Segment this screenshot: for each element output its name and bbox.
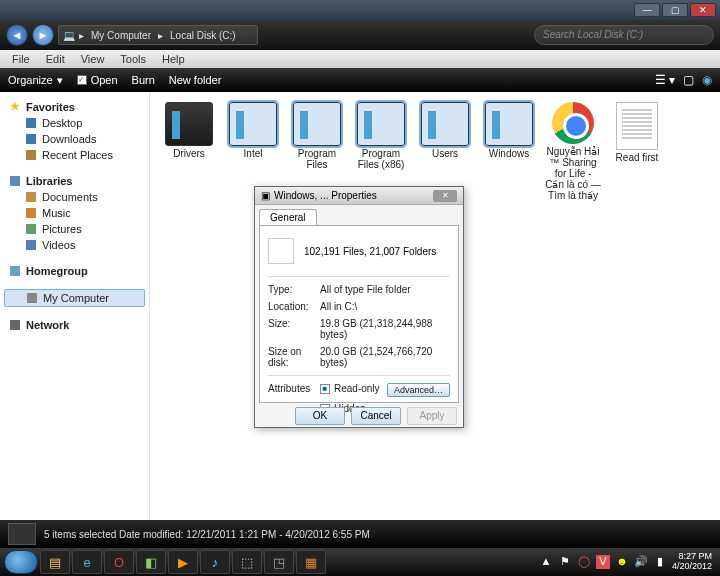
command-bar: Organize ▾ ✓Open Burn New folder ☰ ▾ ▢ ◉ — [0, 68, 720, 92]
homegroup-icon — [10, 266, 20, 276]
burn-button[interactable]: Burn — [132, 74, 155, 86]
navigation-pane: ★Favorites Desktop Downloads Recent Plac… — [0, 92, 150, 520]
task-app2[interactable]: ⬚ — [232, 550, 262, 574]
menu-view[interactable]: View — [73, 53, 113, 65]
item-label: Users — [416, 148, 474, 159]
crumb-computer[interactable]: My Computer — [88, 30, 154, 41]
task-app4[interactable]: ▦ — [296, 550, 326, 574]
tray-net-icon[interactable]: V — [596, 555, 610, 569]
task-ie[interactable]: e — [72, 550, 102, 574]
advanced-button[interactable]: Advanced… — [387, 383, 450, 397]
task-opera[interactable]: O — [104, 550, 134, 574]
tray-vol-icon[interactable]: 🔊 — [634, 555, 648, 569]
readonly-checkbox[interactable]: ■ — [320, 384, 330, 394]
sidebar-item-videos[interactable]: Videos — [0, 237, 149, 253]
task-app3[interactable]: ◳ — [264, 550, 294, 574]
folder-icon — [293, 102, 341, 146]
folder-icon — [357, 102, 405, 146]
sidebar-item-desktop[interactable]: Desktop — [0, 115, 149, 131]
item-read-first[interactable]: Read first — [608, 102, 666, 201]
address-bar: ◄ ► 💻 ▸ My Computer ▸ Local Disk (C:) Se… — [0, 20, 720, 50]
search-input[interactable]: Search Local Disk (C:) — [534, 25, 714, 45]
file-summary: 102,191 Files, 21,007 Folders — [304, 246, 436, 257]
location-value: All in C:\ — [320, 301, 450, 312]
forward-button[interactable]: ► — [32, 24, 54, 46]
tray-flag-icon[interactable]: ⚑ — [558, 555, 572, 569]
preview-pane-button[interactable]: ▢ — [683, 73, 694, 87]
item-label: Intel — [224, 148, 282, 159]
task-music[interactable]: ♪ — [200, 550, 230, 574]
videos-icon — [26, 240, 36, 250]
type-value: All of type File folder — [320, 284, 450, 295]
properties-dialog: ▣ Windows, ... Properties ✕ General 102,… — [254, 186, 464, 428]
network-header[interactable]: Network — [0, 317, 149, 333]
close-button[interactable]: ✕ — [690, 3, 716, 17]
details-pane: 5 items selected Date modified: 12/21/20… — [0, 520, 720, 548]
tray-up-icon[interactable]: ▲ — [539, 555, 553, 569]
open-button[interactable]: ✓Open — [77, 74, 118, 86]
network-icon — [10, 320, 20, 330]
menu-file[interactable]: File — [4, 53, 38, 65]
tray-wifi-icon[interactable]: ▮ — [653, 555, 667, 569]
tray-yahoo-icon[interactable]: ☻ — [615, 555, 629, 569]
sidebar-item-documents[interactable]: Documents — [0, 189, 149, 205]
sidebar-item-recent[interactable]: Recent Places — [0, 147, 149, 163]
dialog-titlebar[interactable]: ▣ Windows, ... Properties ✕ — [255, 187, 463, 205]
item-windows[interactable]: Windows — [480, 102, 538, 201]
cancel-button[interactable]: Cancel — [351, 407, 401, 425]
chrome-icon — [552, 102, 594, 144]
libraries-icon — [10, 176, 20, 186]
breadcrumb[interactable]: 💻 ▸ My Computer ▸ Local Disk (C:) — [58, 25, 258, 45]
sidebar-item-computer[interactable]: My Computer — [4, 289, 145, 307]
organize-button[interactable]: Organize ▾ — [8, 74, 63, 87]
item-drivers[interactable]: Drivers — [160, 102, 218, 201]
folder-icon: ▣ — [261, 190, 270, 201]
folder-icon — [229, 102, 277, 146]
sidebar-item-pictures[interactable]: Pictures — [0, 221, 149, 237]
homegroup-header[interactable]: Homegroup — [0, 263, 149, 279]
selection-thumb — [8, 523, 36, 545]
menu-tools[interactable]: Tools — [112, 53, 154, 65]
apply-button[interactable]: Apply — [407, 407, 457, 425]
menu-help[interactable]: Help — [154, 53, 193, 65]
window-titlebar: — ▢ ✕ — [0, 0, 720, 20]
item-nguy-n-h-i-sharing-f[interactable]: Nguyễn Hải ™ Sharing for Life - Cần là c… — [544, 102, 602, 201]
item-label: Program Files (x86) — [352, 148, 410, 170]
start-button[interactable] — [4, 550, 38, 574]
dialog-panel: 102,191 Files, 21,007 Folders Type:All o… — [259, 225, 459, 403]
ok-button[interactable]: OK — [295, 407, 345, 425]
folder-icon — [421, 102, 469, 146]
libraries-header[interactable]: Libraries — [0, 173, 149, 189]
dialog-title: Windows, ... Properties — [274, 190, 429, 201]
tab-general[interactable]: General — [259, 209, 317, 225]
type-label: Type: — [268, 284, 320, 295]
task-explorer[interactable]: ▤ — [40, 550, 70, 574]
star-icon: ★ — [10, 100, 20, 113]
view-mode-button[interactable]: ☰ ▾ — [655, 73, 675, 87]
computer-icon — [27, 293, 37, 303]
clock[interactable]: 8:27 PM4/20/2012 — [672, 552, 716, 572]
system-tray: ▲ ⚑ ◯ V ☻ 🔊 ▮ 8:27 PM4/20/2012 — [539, 552, 716, 572]
menu-edit[interactable]: Edit — [38, 53, 73, 65]
crumb-drive[interactable]: Local Disk (C:) — [167, 30, 239, 41]
item-label: Program Files — [288, 148, 346, 170]
check-icon: ✓ — [77, 75, 87, 85]
sidebar-item-downloads[interactable]: Downloads — [0, 131, 149, 147]
sidebar-item-music[interactable]: Music — [0, 205, 149, 221]
downloads-icon — [26, 134, 36, 144]
new-folder-button[interactable]: New folder — [169, 74, 222, 86]
task-app1[interactable]: ◧ — [136, 550, 166, 574]
favorites-header[interactable]: ★Favorites — [0, 98, 149, 115]
maximize-button[interactable]: ▢ — [662, 3, 688, 17]
desktop-icon — [26, 118, 36, 128]
size-on-disk-label: Size on disk: — [268, 346, 320, 368]
help-icon[interactable]: ◉ — [702, 73, 712, 87]
task-wmp[interactable]: ▶ — [168, 550, 198, 574]
pictures-icon — [26, 224, 36, 234]
dialog-close-button[interactable]: ✕ — [433, 190, 457, 202]
minimize-button[interactable]: — — [634, 3, 660, 17]
item-label: Read first — [608, 152, 666, 163]
back-button[interactable]: ◄ — [6, 24, 28, 46]
tray-av-icon[interactable]: ◯ — [577, 555, 591, 569]
item-label: Nguyễn Hải ™ Sharing for Life - Cần là c… — [544, 146, 602, 201]
